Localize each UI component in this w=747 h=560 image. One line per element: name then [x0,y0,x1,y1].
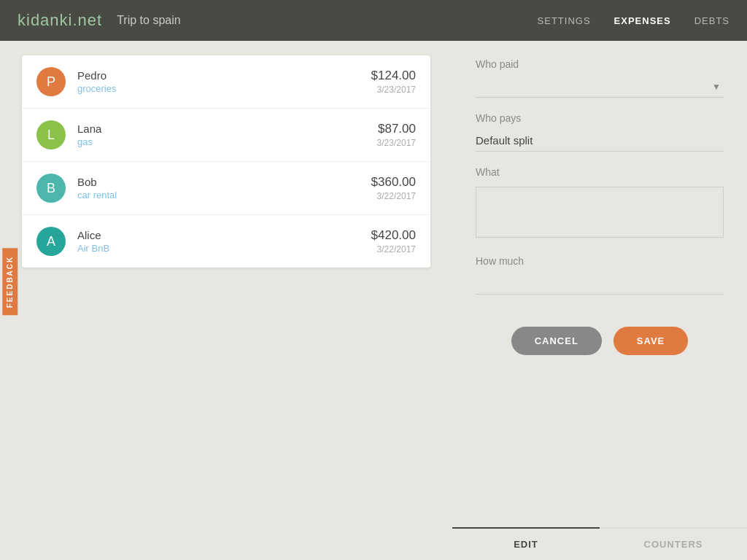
expense-category-alice: Air BnB [77,243,371,254]
expense-amount-lana: $87.00 [377,122,416,136]
tab-edit[interactable]: EDIT [452,527,600,560]
avatar-bob: B [36,174,66,203]
left-panel: FEEDBACK P Pedro groceries $124.00 3/23/… [0,41,452,560]
who-paid-label: Who paid [476,58,724,70]
expense-list: P Pedro groceries $124.00 3/23/2017 L La… [22,55,430,268]
expense-item-bob[interactable]: B Bob car rental $360.00 3/22/2017 [22,162,430,215]
expense-info-bob: Bob car rental [77,176,371,201]
main-layout: FEEDBACK P Pedro groceries $124.00 3/23/… [0,41,747,560]
logo: kidanki.net [18,11,102,30]
how-much-input[interactable] [476,273,724,295]
expense-info-pedro: Pedro groceries [77,69,371,94]
logo-suffix: .net [72,11,102,29]
avatar-lana: L [36,120,66,149]
expense-name-bob: Bob [77,176,371,188]
expense-item-alice[interactable]: A Alice Air BnB $420.00 3/22/2017 [22,215,430,268]
expense-category-pedro: groceries [77,83,371,94]
nav-debts[interactable]: DEBTS [694,15,729,26]
who-pays-value: Default split [476,130,724,152]
expense-item-pedro[interactable]: P Pedro groceries $124.00 3/23/2017 [22,55,430,109]
expense-date-bob: 3/22/2017 [371,191,416,201]
cancel-button[interactable]: CANCEL [511,327,602,355]
nav-settings[interactable]: SETTINGS [538,15,591,26]
feedback-tab[interactable]: FEEDBACK [2,249,18,316]
avatar-pedro: P [36,67,66,96]
expense-amount-block-alice: $420.00 3/22/2017 [371,228,416,254]
tab-counters[interactable]: COUNTERS [600,529,747,560]
what-input[interactable] [476,187,724,238]
expense-amount-alice: $420.00 [371,228,416,243]
expense-amount-pedro: $124.00 [371,69,416,83]
expense-category-bob: car rental [77,190,371,201]
expense-amount-block-lana: $87.00 3/23/2017 [377,122,416,148]
expense-date-lana: 3/23/2017 [377,138,416,148]
nav-expenses[interactable]: EXPENSES [614,15,671,26]
expense-amount-block-pedro: $124.00 3/23/2017 [371,69,416,95]
expense-category-lana: gas [77,136,377,147]
feedback-tab-wrapper: FEEDBACK [0,230,20,296]
who-pays-section: Who pays Default split [476,112,724,152]
how-much-label: How much [476,255,724,267]
expense-name-alice: Alice [77,229,371,241]
bottom-tabs: EDIT COUNTERS [452,527,747,560]
who-paid-select-wrapper: Pedro Lana Bob Alice ▼ [476,76,724,98]
expense-date-pedro: 3/23/2017 [371,85,416,95]
expense-name-pedro: Pedro [77,69,371,82]
expense-amount-bob: $360.00 [371,175,416,190]
avatar-alice: A [36,227,66,256]
expense-info-alice: Alice Air BnB [77,229,371,254]
who-paid-section: Who paid Pedro Lana Bob Alice ▼ [476,58,724,98]
right-panel: Who paid Pedro Lana Bob Alice ▼ Who pays… [452,41,747,560]
who-paid-select[interactable]: Pedro Lana Bob Alice [476,76,724,98]
what-label: What [476,166,724,178]
expense-info-lana: Lana gas [77,122,377,147]
header: kidanki.net Trip to spain SETTINGS EXPEN… [0,0,747,41]
form-buttons: CANCEL SAVE [476,327,724,355]
expense-item-lana[interactable]: L Lana gas $87.00 3/23/2017 [22,109,430,162]
expense-name-lana: Lana [77,122,377,135]
what-section: What [476,166,724,241]
who-pays-label: Who pays [476,112,724,124]
main-nav: SETTINGS EXPENSES DEBTS [538,15,729,26]
expense-date-alice: 3/22/2017 [371,244,416,254]
how-much-section: How much [476,255,724,295]
logo-main: kidanki [18,11,72,29]
save-button[interactable]: SAVE [614,327,688,355]
trip-title: Trip to spain [117,14,180,27]
expense-amount-block-bob: $360.00 3/22/2017 [371,175,416,201]
